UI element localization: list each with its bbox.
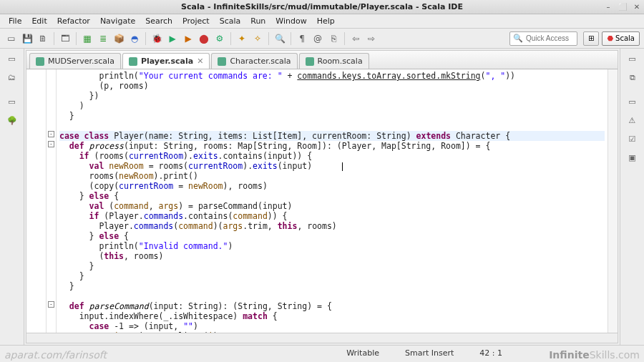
editor-pane: MUDServer.scala Player.scala ✕ Character…	[26, 50, 618, 343]
scala-file-icon	[306, 57, 314, 66]
run-button[interactable]: ▶	[165, 31, 180, 46]
status-writable: Writable	[333, 348, 392, 358]
search-icon: 🔍	[513, 34, 523, 43]
debug-button[interactable]: 🐞	[150, 31, 164, 46]
separator	[291, 32, 291, 45]
scala-file-icon	[218, 57, 226, 66]
tab-label: Character.scala	[230, 57, 291, 66]
status-bar: Writable Smart Insert 42 : 1	[0, 345, 644, 361]
scala-perspective-button[interactable]: ⬣Scala	[602, 31, 640, 46]
scala-icon: ⬣	[607, 34, 613, 42]
coverage-button[interactable]: ⬤	[197, 31, 211, 46]
new-button[interactable]: ▭	[4, 31, 19, 46]
separator	[230, 32, 231, 45]
restore-view2-icon[interactable]: ▭	[6, 96, 18, 107]
menu-navigate[interactable]: Navigate	[96, 15, 140, 27]
menu-edit[interactable]: Edit	[27, 15, 51, 27]
external-tools-button[interactable]: ⚙	[213, 31, 227, 46]
open-type-button[interactable]: ◓	[127, 31, 142, 46]
code-area[interactable]: - - - println("Your current commands are…	[26, 69, 618, 333]
menu-window[interactable]: Window	[271, 15, 311, 27]
restore-view-icon[interactable]: ▭	[627, 53, 638, 64]
separator	[145, 32, 146, 45]
menu-search[interactable]: Search	[141, 15, 177, 27]
status-cursor-position: 42 : 1	[467, 348, 515, 358]
minimize-icon[interactable]: –	[604, 3, 613, 11]
status-insert-mode: Smart Insert	[392, 348, 467, 358]
outline-icon[interactable]: ⧉	[627, 72, 638, 83]
console-icon[interactable]: ▣	[627, 152, 638, 163]
forward-button[interactable]: ⇨	[364, 31, 379, 46]
tab-label: MUDServer.scala	[48, 57, 114, 66]
tab-player[interactable]: Player.scala ✕	[122, 53, 210, 69]
toggle-button[interactable]: 🗔	[58, 31, 72, 46]
separator	[54, 32, 54, 45]
window-title: Scala - InfiniteSkills/src/mud/immutable…	[181, 2, 463, 11]
left-trim: ▭ 🗂 ▭ 🌳	[0, 49, 24, 345]
back-button[interactable]: ⇦	[348, 31, 363, 46]
separator	[268, 32, 269, 45]
new-file-button[interactable]: ✧	[250, 31, 265, 46]
quick-access-input[interactable]	[526, 34, 574, 42]
menu-run[interactable]: Run	[246, 15, 270, 27]
outline-tree-icon[interactable]: 🌳	[6, 114, 18, 126]
separator	[344, 32, 345, 45]
toolbar: ▭ 💾 🗎 🗔 ▦ ≣ 📦 ◓ 🐞 ▶ ▶ ⬤ ⚙ ✦ ✧ 🔍 ¶ @ ⎘ ⇦ …	[0, 29, 644, 49]
editor-tabs: MUDServer.scala Player.scala ✕ Character…	[26, 51, 618, 69]
menu-refactor[interactable]: Refactor	[53, 15, 94, 27]
marker-bar[interactable]	[26, 69, 47, 333]
work-area: ▭ 🗂 ▭ 🌳 MUDServer.scala Player.scala ✕ C…	[0, 49, 644, 345]
menu-project[interactable]: Project	[178, 15, 214, 27]
tab-character[interactable]: Character.scala	[211, 53, 297, 69]
menu-bar: File Edit Refactor Navigate Search Proje…	[0, 14, 644, 29]
package-explorer-icon[interactable]: 🗂	[6, 72, 18, 83]
text-cursor-icon	[342, 162, 343, 171]
tab-label: Room.scala	[318, 57, 363, 66]
scala-perspective-label: Scala	[615, 34, 635, 42]
restore-view2-icon[interactable]: ▭	[627, 96, 638, 107]
fold-toggle-icon[interactable]: -	[48, 141, 54, 147]
current-line: case class Player(name: String, items: L…	[59, 131, 605, 141]
save-button[interactable]: 💾	[20, 31, 34, 46]
new-class-button[interactable]: ≣	[96, 31, 110, 46]
problems-icon[interactable]: ⚠	[627, 114, 638, 126]
build-button[interactable]: ▦	[80, 31, 94, 46]
tab-room[interactable]: Room.scala	[299, 53, 369, 69]
toggle-mark-button[interactable]: ⎘	[326, 31, 341, 46]
horizontal-scrollbar[interactable]	[26, 333, 618, 343]
format-button[interactable]: ¶	[295, 31, 309, 46]
tasks-icon[interactable]: ☑	[627, 133, 638, 145]
new-package-button[interactable]: 📦	[112, 31, 126, 46]
window-titlebar: Scala - InfiniteSkills/src/mud/immutable…	[0, 0, 644, 14]
close-tab-icon[interactable]: ✕	[197, 57, 203, 66]
new-project-button[interactable]: ✦	[235, 31, 249, 46]
save-all-button[interactable]: 🗎	[36, 31, 50, 46]
folding-column[interactable]: - - -	[47, 69, 57, 333]
annotation-button[interactable]: @	[311, 31, 325, 46]
right-trim: ▭ ⧉ ▭ ⚠ ☑ ▣	[620, 49, 644, 345]
scala-file-icon	[36, 57, 44, 66]
overview-ruler[interactable]	[608, 69, 618, 333]
tab-mudserver[interactable]: MUDServer.scala	[29, 53, 121, 69]
run-last-button[interactable]: ▶	[181, 31, 195, 46]
maximize-icon[interactable]: ⬜	[618, 3, 627, 11]
open-perspective-button[interactable]: ⊞	[583, 31, 599, 46]
fold-toggle-icon[interactable]: -	[48, 301, 54, 308]
quick-access[interactable]: 🔍	[509, 31, 577, 46]
scala-file-icon	[129, 57, 137, 66]
separator	[76, 32, 77, 45]
menu-scala[interactable]: Scala	[215, 15, 245, 27]
code-text[interactable]: println("Your current commands are: " + …	[57, 69, 608, 333]
search-button[interactable]: 🔍	[273, 31, 287, 46]
restore-view-icon[interactable]: ▭	[6, 53, 18, 64]
menu-file[interactable]: File	[4, 15, 26, 27]
close-icon[interactable]: ✕	[633, 3, 641, 11]
menu-help[interactable]: Help	[313, 15, 339, 27]
tab-label: Player.scala	[141, 57, 193, 66]
fold-toggle-icon[interactable]: -	[48, 131, 54, 137]
perspective-icon: ⊞	[588, 34, 594, 42]
